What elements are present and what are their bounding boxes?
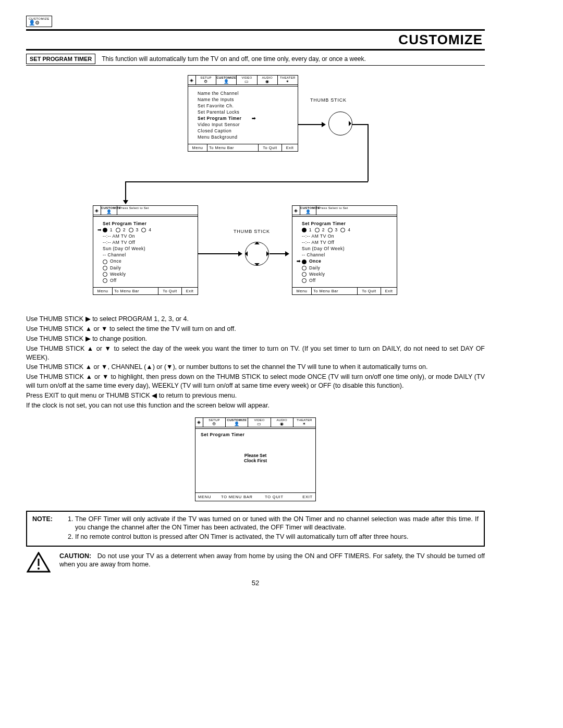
flow-diagram: ◈ SETUP⚙ CUSTOMIZE👤 VIDEO▭ AUDIO◉ THEATE… bbox=[26, 70, 485, 310]
note-item: If no remote control button is pressed a… bbox=[75, 533, 479, 541]
menu-screen-timer-1: ◈ CUSTOMIZE👤 Press Select to Set Set Pro… bbox=[93, 205, 198, 295]
intro-row: SET PROGRAM TIMER This function will aut… bbox=[26, 53, 485, 66]
thumbstick-icon bbox=[328, 112, 352, 135]
warning-icon bbox=[26, 552, 51, 573]
page-title: CUSTOMIZE bbox=[26, 29, 485, 51]
thumbstick-label-1: THUMB STICK bbox=[310, 98, 347, 103]
page-number: 52 bbox=[26, 579, 485, 587]
instruction-text: Use THUMB STICK ▶ to select PROGRAM 1, 2… bbox=[26, 315, 485, 410]
menu-items: Name the Channel Name the Inputs Set Fav… bbox=[188, 87, 298, 144]
section-label: SET PROGRAM TIMER bbox=[26, 54, 95, 64]
thumbstick-icon-2 bbox=[245, 242, 269, 266]
note-item: The OFF Timer will only activate if the … bbox=[75, 515, 479, 532]
customize-corner-badge: CUSTOMIZE 👤⚙ bbox=[26, 16, 52, 27]
thumbstick-label-2: THUMB STICK bbox=[234, 229, 270, 235]
clock-first-screen: ◈ SETUP⚙ CUSTOMIZE👤 VIDEO▭ AUDIO◉ THEATE… bbox=[195, 417, 316, 501]
caution-block: CAUTION: Do not use your TV as a deterre… bbox=[26, 552, 485, 573]
menu-screen-customize: ◈ SETUP⚙ CUSTOMIZE👤 VIDEO▭ AUDIO◉ THEATE… bbox=[188, 75, 298, 152]
note-box: NOTE: The OFF Timer will only activate i… bbox=[26, 511, 485, 547]
menu-screen-timer-2: ◈ CUSTOMIZE👤 Press Select to Set Set Pro… bbox=[292, 205, 397, 295]
section-description: This function will automatically turn th… bbox=[102, 55, 366, 63]
knob-icon: ◈ bbox=[188, 76, 196, 84]
svg-point-2 bbox=[38, 567, 40, 570]
